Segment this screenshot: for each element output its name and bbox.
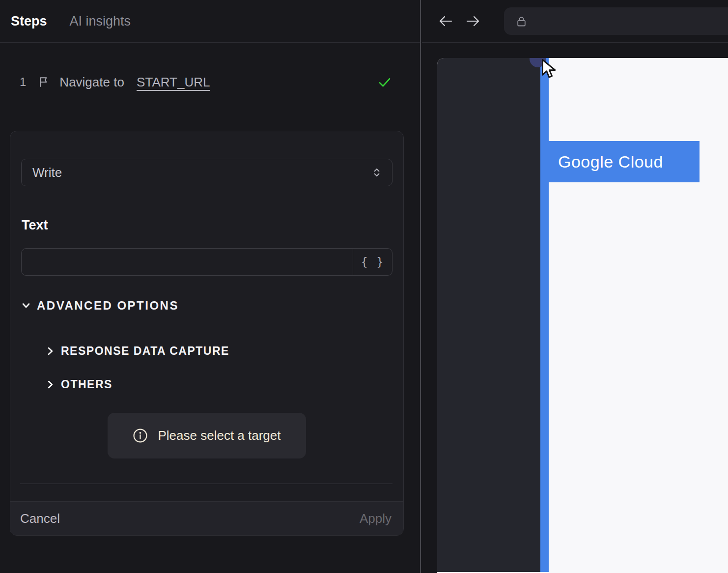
address-bar[interactable] — [504, 7, 728, 35]
others-label: OTHERS — [61, 378, 112, 391]
others-toggle[interactable]: OTHERS — [10, 377, 403, 392]
app-window: Steps AI insights 1 Navigate to START_UR… — [0, 0, 728, 573]
response-data-capture-label: RESPONSE DATA CAPTURE — [61, 344, 229, 358]
apply-button[interactable]: Apply — [360, 511, 392, 526]
action-type-select[interactable]: Write — [21, 159, 392, 186]
select-updown-icon — [370, 166, 383, 179]
page-sidebar — [437, 58, 540, 572]
chevron-down-icon — [20, 300, 32, 312]
lock-icon — [515, 14, 528, 29]
forward-arrow-icon[interactable] — [465, 14, 481, 28]
back-arrow-icon[interactable] — [438, 14, 453, 28]
chevron-right-icon — [45, 379, 56, 390]
google-cloud-banner[interactable]: Google Cloud — [540, 141, 700, 182]
step-number: 1 — [20, 75, 26, 89]
page-accent-stripe — [540, 58, 549, 572]
step-success-check-icon — [377, 74, 392, 90]
steps-panel: Steps AI insights 1 Navigate to START_UR… — [0, 0, 421, 573]
chevron-right-icon — [45, 345, 56, 357]
step-label: Navigate to — [59, 75, 128, 90]
browser-toolbar — [422, 0, 728, 43]
select-target-hint-text: Please select a target — [158, 428, 280, 443]
step-row[interactable]: 1 Navigate to START_URL — [0, 68, 420, 96]
text-field-label: Text — [22, 218, 48, 233]
advanced-options-label: ADVANCED OPTIONS — [37, 299, 179, 313]
insert-variable-button[interactable]: { } — [353, 249, 392, 275]
select-target-hint: Please select a target — [108, 413, 306, 458]
response-data-capture-toggle[interactable]: RESPONSE DATA CAPTURE — [10, 344, 403, 358]
editor-footer: Cancel Apply — [10, 501, 403, 535]
step-start-url-link[interactable]: START_URL — [137, 75, 210, 90]
info-icon — [133, 428, 148, 443]
panel-tabs-header: Steps AI insights — [0, 0, 420, 43]
page-preview[interactable]: Google Cloud — [437, 58, 728, 573]
text-input[interactable] — [22, 249, 353, 275]
action-type-value: Write — [32, 165, 62, 180]
advanced-options-toggle[interactable]: ADVANCED OPTIONS — [10, 298, 403, 313]
tab-steps[interactable]: Steps — [11, 0, 47, 43]
browser-panel: Google Cloud — [422, 0, 728, 573]
flag-icon — [38, 76, 51, 88]
text-input-group: { } — [21, 248, 392, 276]
step-editor-card: Write Text { } ADVA — [10, 131, 404, 536]
cancel-button[interactable]: Cancel — [20, 511, 60, 526]
tab-ai-insights[interactable]: AI insights — [70, 0, 131, 43]
footer-divider — [20, 484, 392, 484]
